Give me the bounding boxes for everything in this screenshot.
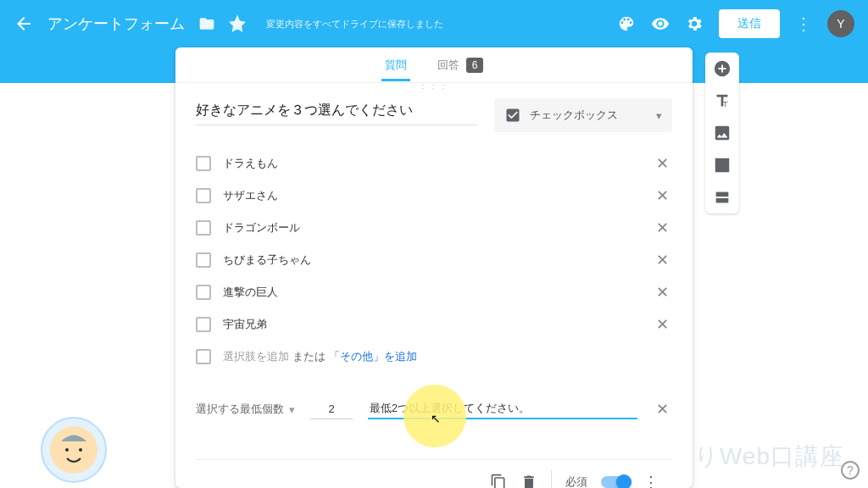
- option-remove-icon[interactable]: ✕: [653, 312, 672, 337]
- presenter-avatar: [41, 417, 107, 483]
- validation-remove-icon[interactable]: ✕: [653, 396, 672, 422]
- svg-point-6: [79, 448, 82, 452]
- duplicate-icon[interactable]: [490, 474, 507, 489]
- or-text: または: [292, 349, 326, 364]
- add-other-link[interactable]: 「その他」を追加: [329, 349, 417, 364]
- validation-number-input[interactable]: [310, 399, 353, 419]
- question-type-label: チェックボックス: [530, 108, 618, 123]
- option-row: サザエさん✕: [196, 180, 672, 212]
- option-row: ドラゴンボール✕: [196, 212, 672, 244]
- options-list: ドラえもん✕サザエさん✕ドラゴンボール✕ちびまる子ちゃん✕進撃の巨人✕宇宙兄弟✕: [196, 147, 672, 341]
- svg-text:T: T: [723, 100, 728, 108]
- checkbox-icon: [196, 317, 211, 332]
- help-icon[interactable]: ?: [841, 461, 860, 480]
- option-row: ちびまる子ちゃん✕: [196, 244, 672, 276]
- folder-icon[interactable]: [198, 15, 215, 32]
- svg-point-5: [65, 448, 69, 452]
- checkbox-icon: [196, 349, 211, 364]
- add-question-icon[interactable]: [713, 59, 732, 78]
- checkbox-type-icon: [504, 107, 521, 124]
- checkbox-icon: [196, 220, 211, 236]
- checkbox-icon: [196, 188, 211, 203]
- add-option-text[interactable]: 選択肢を追加: [223, 349, 289, 364]
- tab-responses[interactable]: 回答 6: [434, 49, 487, 81]
- header-more-icon[interactable]: ⋮: [795, 14, 812, 34]
- add-title-icon[interactable]: T: [713, 92, 732, 110]
- add-option-row: 選択肢を追加 または 「その他」を追加: [196, 341, 672, 373]
- checkbox-icon: [196, 285, 211, 300]
- caret-down-icon: ▾: [289, 403, 295, 416]
- add-video-icon[interactable]: [713, 156, 732, 175]
- question-type-select[interactable]: チェックボックス ▾: [494, 98, 672, 132]
- validation-type-select[interactable]: 選択する最低個数 ▾: [196, 402, 295, 417]
- caret-down-icon: ▾: [656, 109, 662, 122]
- add-image-icon[interactable]: [713, 124, 732, 142]
- option-label-input[interactable]: ドラゴンボール: [223, 220, 653, 236]
- side-toolbar: T: [705, 53, 739, 214]
- required-toggle[interactable]: [601, 476, 630, 488]
- send-button[interactable]: 送信: [719, 9, 780, 38]
- tab-questions[interactable]: 質問: [381, 49, 410, 81]
- option-row: 宇宙兄弟✕: [196, 308, 672, 341]
- checkbox-icon: [196, 252, 211, 268]
- back-arrow-icon[interactable]: [14, 14, 34, 34]
- option-label-input[interactable]: 宇宙兄弟: [223, 317, 653, 332]
- option-label-input[interactable]: サザエさん: [223, 188, 653, 203]
- footer-separator: [551, 470, 552, 489]
- question-title-input[interactable]: 好きなアニメを３つ選んでください: [196, 98, 477, 125]
- option-remove-icon[interactable]: ✕: [653, 183, 672, 208]
- app-header: アンケートフォーム 変更内容をすべてドライブに保存しました 送信 ⋮ Y: [0, 0, 868, 47]
- question-more-icon[interactable]: ⋮: [643, 473, 659, 489]
- drag-handle-icon[interactable]: ⋮⋮⋮: [175, 83, 693, 92]
- question-header-row: 好きなアニメを３つ選んでください チェックボックス ▾: [196, 98, 672, 132]
- option-label-input[interactable]: 進撃の巨人: [223, 285, 653, 300]
- option-remove-icon[interactable]: ✕: [653, 280, 672, 305]
- card-tabs: 質問 回答 6: [175, 47, 693, 83]
- validation-type-label: 選択する最低個数: [196, 402, 284, 417]
- option-remove-icon[interactable]: ✕: [653, 247, 672, 273]
- option-label-input[interactable]: ドラえもん: [223, 156, 653, 171]
- add-section-icon[interactable]: [713, 188, 732, 207]
- option-row: 進撃の巨人✕: [196, 276, 672, 308]
- delete-icon[interactable]: [520, 474, 537, 489]
- settings-icon[interactable]: [685, 14, 704, 33]
- option-label-input[interactable]: ちびまる子ちゃん: [223, 252, 653, 268]
- response-count-badge: 6: [466, 58, 484, 73]
- account-avatar[interactable]: Y: [827, 10, 854, 37]
- preview-icon[interactable]: [651, 14, 670, 33]
- cursor-icon: ↖: [431, 412, 441, 425]
- tab-responses-label: 回答: [437, 58, 459, 73]
- save-status: 変更内容をすべてドライブに保存しました: [266, 18, 443, 30]
- toggle-knob: [616, 474, 632, 489]
- question-footer: 必須 ⋮: [196, 459, 672, 488]
- option-remove-icon[interactable]: ✕: [653, 151, 672, 176]
- svg-rect-3: [716, 198, 729, 203]
- header-left: アンケートフォーム 変更内容をすべてドライブに保存しました: [14, 14, 443, 34]
- required-label: 必須: [565, 474, 587, 489]
- header-right: 送信 ⋮ Y: [617, 9, 854, 38]
- form-title[interactable]: アンケートフォーム: [47, 14, 185, 34]
- palette-icon[interactable]: [617, 14, 636, 33]
- svg-rect-2: [716, 192, 729, 197]
- star-icon[interactable]: [229, 15, 246, 32]
- svg-point-4: [50, 426, 97, 474]
- option-remove-icon[interactable]: ✕: [653, 215, 672, 241]
- checkbox-icon: [196, 156, 211, 171]
- option-row: ドラえもん✕: [196, 147, 672, 180]
